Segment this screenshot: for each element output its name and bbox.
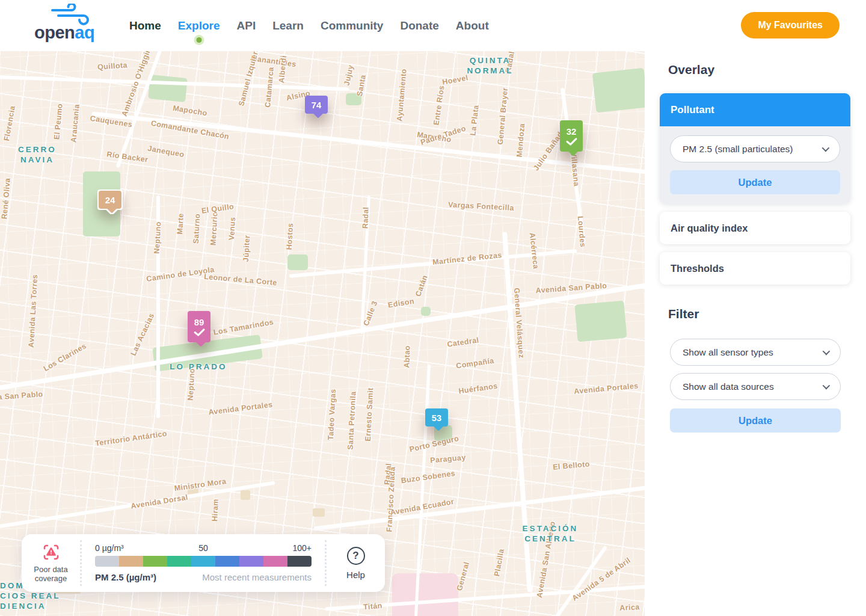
help-label: Help: [346, 570, 365, 580]
help-button[interactable]: ? Help: [327, 534, 385, 592]
nav-item-donate[interactable]: Donate: [400, 19, 438, 32]
legend-color-segment: [239, 556, 263, 567]
poor-data-warning-icon: [42, 543, 60, 561]
scale-mid-label: 50: [198, 543, 208, 553]
pollutant-update-button[interactable]: Update: [670, 170, 840, 194]
active-page-dot: [196, 37, 201, 43]
map-marker-74[interactable]: 74: [305, 96, 328, 114]
map-canvas[interactable]: ManantialesQuillotaAmbrosio O'HigginsSam…: [0, 51, 645, 616]
legend-color-segment: [287, 556, 312, 567]
scale-min-label: 0 µg/m³: [95, 543, 124, 553]
openaq-logo[interactable]: openaq: [34, 4, 94, 42]
pollutant-card-header[interactable]: Pollutant: [660, 93, 850, 126]
map-block: [241, 490, 250, 500]
poor-data-coverage[interactable]: Poor data coverage: [22, 534, 80, 592]
map-park: [287, 254, 308, 270]
street-label: Neptuno: [186, 368, 197, 401]
street-label: Mercurio: [209, 212, 220, 246]
overlay-title: Overlay: [668, 63, 866, 77]
data-sources-select-value: Show all data sources: [683, 381, 823, 392]
pollutant-select[interactable]: PM 2.5 (small particulates): [670, 135, 840, 162]
legend-color-segment: [167, 556, 191, 567]
street-label: Saturno: [192, 214, 202, 244]
nav-item-about[interactable]: About: [456, 19, 489, 32]
street-label: Abtao: [402, 345, 411, 368]
data-sources-select[interactable]: Show all data sources: [670, 373, 841, 400]
nav-item-home[interactable]: Home: [129, 19, 161, 32]
street-label: Radal: [361, 207, 370, 229]
map-marker-32[interactable]: 32: [560, 120, 583, 152]
street-label: Júpiter: [242, 235, 251, 262]
legend-subtitle: Most recent measurements: [202, 572, 312, 582]
legend-scale-ticks: 0 µg/m³ 50 100+: [95, 543, 312, 553]
district-label: QUINTANORMAL: [467, 55, 513, 76]
map-marker-53[interactable]: 53: [425, 408, 448, 427]
map-station-area: [392, 573, 458, 616]
legend-color-segment: [119, 556, 143, 567]
pollutant-select-value: PM 2.5 (small particulates): [683, 144, 822, 155]
marker-value: 32: [567, 127, 577, 136]
filter-title: Filter: [668, 307, 866, 321]
map-park: [148, 75, 188, 102]
my-favourites-button[interactable]: My Favourites: [741, 12, 840, 38]
legend-color-segment: [95, 556, 119, 567]
brand-wordmark: openaq: [34, 24, 94, 42]
scale-max-label: 100+: [292, 543, 312, 553]
legend-pollutant-label: PM 2.5 (µg/m³): [95, 572, 156, 582]
checkmark-icon: [194, 328, 205, 336]
street-label: Venus: [227, 217, 237, 241]
street-label: Hostos: [285, 223, 295, 250]
help-question-icon: ?: [347, 547, 365, 565]
nav-item-explore[interactable]: Explore: [178, 19, 220, 32]
marker-value: 74: [312, 100, 322, 109]
district-label: LO PRADO: [170, 362, 227, 372]
pollutant-card: Pollutant PM 2.5 (small particulates) Up…: [660, 93, 850, 204]
district-label: ESTACIÓNCENTRAL: [523, 523, 579, 544]
nav-items: HomeExploreAPILearnCommunityDonateAbout: [129, 0, 489, 51]
marker-value: 24: [105, 196, 115, 205]
overlay-sidebar: Overlay Pollutant PM 2.5 (small particul…: [645, 51, 866, 616]
top-navbar: openaq HomeExploreAPILearnCommunityDonat…: [0, 0, 866, 51]
chevron-down-icon: [822, 144, 830, 152]
street-label: Arica: [619, 603, 640, 612]
checkmark-icon: [566, 138, 577, 146]
chevron-down-icon: [823, 382, 831, 390]
nav-item-community[interactable]: Community: [321, 19, 384, 32]
map-park: [574, 301, 627, 342]
legend-color-segment: [215, 556, 239, 567]
district-label: CERRONAVIA: [18, 144, 57, 165]
street-label: Marte: [176, 213, 185, 235]
legend-color-segment: [191, 556, 215, 567]
map-park: [592, 68, 645, 113]
legend-scale: 0 µg/m³ 50 100+ PM 2.5 (µg/m³) Most rece…: [82, 534, 325, 592]
sensor-types-select-value: Show all sensor types: [683, 347, 823, 358]
legend-color-segment: [263, 556, 287, 567]
poor-data-label: Poor data coverage: [30, 565, 72, 583]
air-quality-index-card[interactable]: Air quality index: [660, 212, 850, 244]
map-legend: Poor data coverage 0 µg/m³ 50 100+ PM 2.…: [22, 534, 385, 592]
street-label: Neptuno: [153, 221, 163, 254]
marker-value: 53: [432, 413, 442, 422]
map-block: [313, 508, 325, 517]
map-marker-24[interactable]: 24: [99, 191, 121, 209]
street-label: Hiram: [210, 499, 220, 522]
map-park: [421, 307, 431, 316]
marker-value: 89: [194, 318, 204, 327]
wind-logo-icon: [50, 4, 96, 25]
street-label: Titán: [363, 602, 383, 612]
nav-item-api[interactable]: API: [237, 19, 256, 32]
legend-color-segment: [143, 556, 167, 567]
sensor-types-select[interactable]: Show all sensor types: [670, 339, 841, 366]
nav-item-learn[interactable]: Learn: [272, 19, 304, 32]
thresholds-card[interactable]: Thresholds: [660, 252, 850, 285]
map-marker-89[interactable]: 89: [188, 311, 210, 342]
filter-update-button[interactable]: Update: [670, 408, 841, 433]
legend-colorbar: [95, 556, 312, 567]
chevron-down-icon: [823, 348, 831, 356]
